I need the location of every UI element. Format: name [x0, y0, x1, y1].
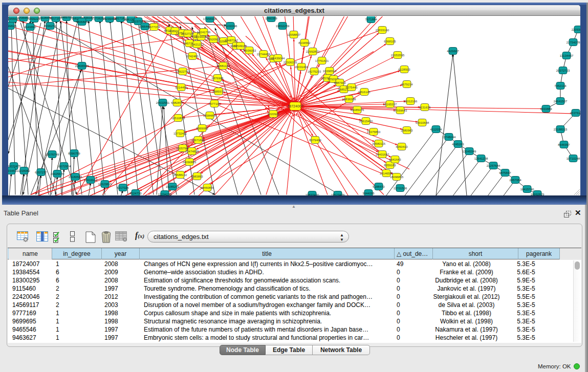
svg-text:6742460: 6742460	[186, 55, 199, 58]
svg-text:23188315: 23188315	[554, 128, 568, 131]
svg-text:24090883: 24090883	[183, 161, 197, 164]
svg-text:11584847: 11584847	[203, 114, 217, 117]
svg-text:15076749: 15076749	[46, 153, 59, 156]
svg-text:7452134: 7452134	[554, 84, 567, 87]
svg-text:20580115: 20580115	[372, 142, 386, 145]
svg-text:12416912: 12416912	[84, 179, 98, 182]
svg-text:22306335: 22306335	[284, 61, 297, 64]
svg-text:24425670: 24425670	[51, 172, 64, 176]
svg-text:15375853: 15375853	[367, 130, 381, 134]
svg-text:20615450: 20615450	[359, 120, 373, 123]
svg-text:9887903: 9887903	[334, 81, 346, 84]
svg-text:22474828: 22474828	[185, 150, 199, 153]
svg-text:13910648: 13910648	[416, 121, 429, 124]
svg-text:15180586: 15180586	[69, 176, 82, 179]
svg-text:16415740: 16415740	[520, 188, 534, 191]
svg-text:17751421: 17751421	[315, 59, 329, 62]
svg-text:21257684: 21257684	[487, 164, 500, 167]
svg-text:9816145: 9816145	[358, 91, 371, 94]
svg-text:24641507: 24641507	[554, 100, 568, 103]
svg-text:20031404: 20031404	[295, 65, 309, 69]
svg-text:6368105: 6368105	[384, 40, 396, 43]
svg-text:3131636: 3131636	[419, 106, 431, 109]
svg-text:13146585: 13146585	[380, 172, 394, 175]
svg-text:8396759: 8396759	[68, 152, 80, 155]
svg-text:22053595: 22053595	[391, 54, 405, 57]
svg-text:6357277: 6357277	[35, 171, 47, 174]
svg-text:18724007: 18724007	[287, 104, 303, 108]
svg-text:8079409: 8079409	[309, 139, 321, 142]
svg-text:8134562: 8134562	[298, 41, 311, 45]
svg-text:3677374: 3677374	[148, 26, 160, 29]
svg-text:14460856: 14460856	[201, 186, 214, 189]
svg-text:3220921: 3220921	[267, 113, 279, 116]
svg-text:23936053: 23936053	[243, 49, 256, 52]
svg-text:4429607: 4429607	[447, 50, 459, 53]
svg-text:13134457: 13134457	[560, 54, 574, 57]
svg-text:2580963: 2580963	[401, 129, 413, 132]
svg-text:22806503: 22806503	[75, 64, 89, 68]
svg-text:4245263: 4245263	[452, 143, 464, 146]
svg-text:2457954: 2457954	[509, 179, 521, 182]
svg-text:1218062: 1218062	[18, 169, 30, 172]
svg-text:8685577: 8685577	[212, 90, 225, 93]
svg-text:21012166: 21012166	[404, 100, 418, 103]
svg-text:8224730: 8224730	[129, 192, 142, 195]
svg-text:2077105: 2077105	[208, 102, 221, 105]
svg-text:6482877: 6482877	[171, 101, 183, 104]
svg-text:4112034: 4112034	[430, 128, 443, 131]
svg-text:10334531: 10334531	[8, 169, 18, 172]
svg-text:9875847: 9875847	[499, 171, 511, 174]
svg-text:4050413: 4050413	[396, 145, 408, 148]
svg-text:13748244: 13748244	[442, 136, 456, 139]
svg-text:2876966: 2876966	[211, 77, 224, 80]
svg-text:8336273: 8336273	[44, 25, 56, 28]
svg-text:8369062: 8369062	[196, 127, 208, 130]
svg-text:8359183: 8359183	[384, 164, 396, 167]
svg-text:13421212: 13421212	[190, 43, 204, 46]
svg-text:2537611: 2537611	[570, 112, 580, 115]
svg-text:21754078: 21754078	[567, 41, 580, 44]
svg-text:19523409: 19523409	[331, 193, 345, 196]
svg-text:16396513: 16396513	[323, 70, 337, 73]
svg-text:12541238: 12541238	[474, 157, 488, 160]
svg-text:23971842: 23971842	[191, 139, 205, 142]
svg-text:24549181: 24549181	[234, 45, 248, 48]
svg-text:9214491: 9214491	[175, 86, 187, 89]
svg-text:8646997: 8646997	[558, 143, 570, 146]
svg-text:5188470: 5188470	[373, 185, 385, 188]
svg-text:15157347: 15157347	[132, 20, 145, 23]
svg-text:1999828: 1999828	[8, 25, 16, 28]
svg-text:17559643: 17559643	[394, 109, 407, 112]
svg-text:21200396: 21200396	[224, 25, 237, 28]
svg-text:3333883: 3333883	[540, 107, 552, 111]
svg-text:14401657: 14401657	[376, 153, 389, 156]
svg-text:6128503: 6128503	[398, 68, 410, 71]
svg-text:23487347: 23487347	[225, 39, 238, 42]
svg-text:8806804: 8806804	[76, 20, 88, 24]
svg-text:20372723: 20372723	[556, 69, 570, 72]
svg-text:13045349: 13045349	[463, 150, 476, 153]
svg-text:11881122: 11881122	[216, 64, 230, 68]
svg-text:19832259: 19832259	[276, 25, 290, 28]
svg-text:14275203: 14275203	[308, 70, 321, 73]
svg-text:12294238: 12294238	[158, 193, 172, 196]
svg-text:19285201: 19285201	[166, 185, 180, 188]
svg-text:4143890: 4143890	[24, 26, 36, 29]
svg-text:18096865: 18096865	[390, 176, 404, 179]
svg-text:17956909: 17956909	[203, 17, 217, 20]
svg-text:18922760: 18922760	[176, 70, 190, 73]
svg-text:15165337: 15165337	[383, 103, 397, 106]
svg-text:23833160: 23833160	[376, 29, 389, 32]
svg-text:9275445: 9275445	[345, 86, 358, 89]
svg-text:13701506: 13701506	[394, 187, 407, 190]
svg-text:11558837: 11558837	[287, 33, 301, 36]
svg-text:10837430: 10837430	[306, 193, 319, 196]
svg-text:10323815: 10323815	[98, 183, 112, 186]
svg-text:13241736: 13241736	[197, 31, 211, 34]
svg-text:19688132: 19688132	[173, 173, 187, 177]
svg-text:16072954: 16072954	[57, 165, 71, 168]
svg-text:6217026: 6217026	[117, 186, 129, 189]
svg-text:9983893: 9983893	[191, 175, 203, 178]
svg-text:19085076: 19085076	[351, 108, 364, 112]
